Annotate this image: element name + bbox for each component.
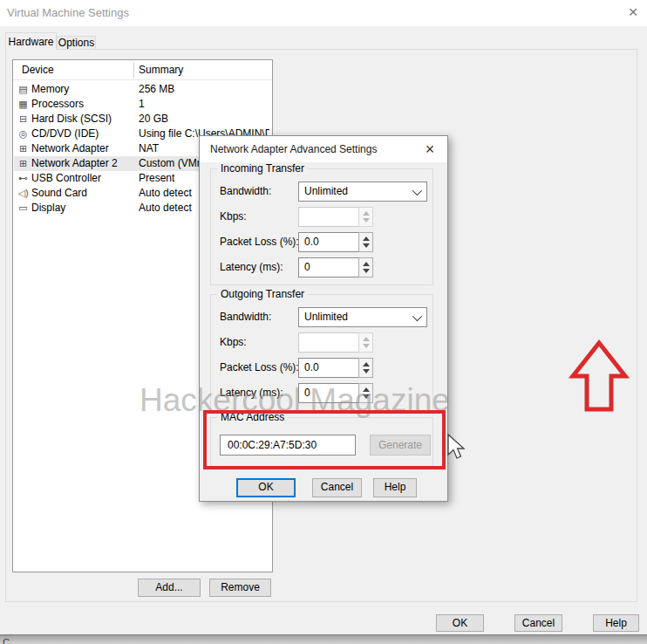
device-name: Network Adapter	[31, 141, 109, 156]
incoming-kbps-spinner	[358, 207, 373, 227]
column-header-summary[interactable]: Summary	[139, 64, 183, 76]
device-name: Sound Card	[31, 186, 87, 201]
close-icon[interactable]: ×	[623, 2, 644, 23]
incoming-latency-input[interactable]: 0	[298, 257, 359, 277]
dialog-ok-button[interactable]: OK	[236, 478, 296, 497]
dialog-cancel-button[interactable]: Cancel	[312, 478, 362, 497]
spin-down-icon	[363, 344, 370, 348]
device-row-memory[interactable]: ▤ Memory 256 MB	[14, 82, 271, 97]
cancel-button[interactable]: Cancel	[514, 614, 562, 632]
chevron-down-icon	[412, 186, 422, 195]
spin-down-icon	[363, 369, 370, 373]
packet-loss-label: Packet Loss (%):	[220, 232, 299, 252]
kbps-label: Kbps:	[220, 332, 247, 353]
spin-down-icon	[363, 218, 370, 223]
incoming-transfer-group: Incoming Transfer Bandwidth: Unlimited K…	[210, 168, 433, 285]
incoming-packet-loss-input[interactable]: 0.0	[298, 232, 359, 252]
hard-disk-icon: ⊟	[17, 112, 30, 127]
device-name: Display	[31, 201, 65, 216]
dialog-title-bar: Network Adapter Advanced Settings ×	[200, 136, 447, 162]
cd-dvd-icon: ◎	[17, 127, 30, 141]
remove-device-button[interactable]: Remove	[209, 579, 271, 597]
tab-hardware[interactable]: Hardware	[5, 32, 57, 50]
kbps-label: Kbps:	[220, 207, 247, 227]
incoming-latency-spinner[interactable]	[358, 257, 373, 277]
incoming-packet-loss-spinner[interactable]	[358, 232, 373, 252]
incoming-bandwidth-dropdown[interactable]: Unlimited	[298, 182, 427, 202]
virtual-machine-settings-window: Virtual Machine Settings × Hardware Opti…	[0, 0, 647, 644]
device-name: USB Controller	[31, 171, 101, 186]
outgoing-kbps-input	[298, 332, 359, 353]
usb-icon: ⊷	[17, 171, 30, 186]
device-name: Processors	[31, 97, 84, 112]
device-row-processors[interactable]: ▦ Processors 1	[14, 97, 271, 112]
title-bar: Virtual Machine Settings ×	[0, 0, 647, 26]
outgoing-packet-loss-input[interactable]: 0.0	[298, 358, 359, 378]
packet-loss-label: Packet Loss (%):	[220, 358, 299, 378]
bandwidth-label: Bandwidth:	[220, 182, 271, 202]
tab-options[interactable]: Options	[57, 36, 96, 50]
device-list-header: Device Summary	[13, 60, 272, 80]
bottom-edge-strip: C	[0, 634, 647, 644]
spin-up-icon	[363, 236, 370, 241]
device-summary: 1	[139, 97, 269, 112]
device-name: Hard Disk (SCSI)	[31, 112, 112, 127]
mouse-cursor	[446, 434, 466, 460]
incoming-kbps-input	[298, 207, 359, 227]
background-text-fragment: C	[3, 637, 10, 644]
spin-up-icon	[363, 262, 370, 266]
outgoing-bandwidth-dropdown[interactable]: Unlimited	[298, 307, 427, 327]
spin-up-icon	[363, 337, 370, 341]
window-title: Virtual Machine Settings	[7, 6, 129, 19]
device-row-hard-disk[interactable]: ⊟ Hard Disk (SCSI) 20 GB	[14, 112, 271, 127]
device-summary: 20 GB	[139, 112, 269, 127]
dialog-title: Network Adapter Advanced Settings	[210, 143, 377, 155]
column-divider	[133, 62, 134, 78]
device-name: CD/DVD (IDE)	[31, 127, 99, 141]
outgoing-transfer-legend: Outgoing Transfer	[217, 288, 308, 300]
column-header-device[interactable]: Device	[22, 64, 54, 76]
red-highlight-rectangle	[203, 410, 446, 469]
network-adapter-icon: ⊞	[17, 141, 30, 156]
speaker-icon: ◁)	[17, 186, 30, 201]
help-button[interactable]: Help	[593, 614, 639, 632]
chevron-down-icon	[412, 312, 422, 321]
device-summary: 256 MB	[139, 82, 269, 97]
incoming-bandwidth-value: Unlimited	[304, 185, 348, 197]
device-name: Memory	[31, 82, 69, 97]
monitor-icon: ▭	[17, 201, 30, 216]
latency-label: Latency (ms):	[220, 257, 283, 277]
outgoing-bandwidth-value: Unlimited	[304, 311, 348, 323]
spin-up-icon	[363, 362, 370, 367]
network-adapter-icon: ⊞	[17, 156, 30, 171]
device-name: Network Adapter 2	[31, 156, 118, 171]
spin-down-icon	[363, 243, 370, 248]
memory-icon: ▤	[17, 82, 30, 97]
outgoing-kbps-spinner	[358, 332, 373, 353]
processor-icon: ▦	[17, 97, 30, 112]
incoming-transfer-legend: Incoming Transfer	[217, 162, 308, 175]
spin-up-icon	[363, 211, 370, 216]
dialog-help-button[interactable]: Help	[373, 478, 417, 497]
outgoing-packet-loss-spinner[interactable]	[358, 358, 373, 378]
red-up-arrow-annotation	[568, 339, 630, 414]
add-device-button[interactable]: Add...	[138, 579, 201, 597]
dialog-close-icon[interactable]: ×	[419, 139, 440, 160]
bandwidth-label: Bandwidth:	[220, 307, 271, 327]
ok-button[interactable]: OK	[436, 614, 484, 632]
spin-down-icon	[363, 269, 370, 273]
